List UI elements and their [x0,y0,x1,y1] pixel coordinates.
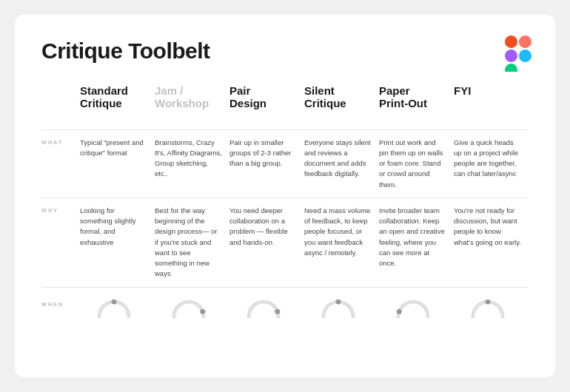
col-header-text-fyi: FYI [454,84,529,97]
why-cell-jam: Best for the way beginning of the design… [155,206,229,280]
why-text-jam: Best for the way beginning of the design… [155,206,229,280]
col-header-text-jam: Jam /Workshop [155,84,229,110]
what-text-standard: Typical "present and critique" format [80,138,155,159]
when-label: WHEN [41,301,80,308]
why-cell-fyi: You're not ready for discussion, but wan… [454,206,529,280]
what-cell-standard: Typical "present and critique" format [80,138,155,190]
gauge-cell-silent [304,300,379,319]
gauge-cell-fyi [454,300,529,319]
what-text-pair: Pair up in smaller groups of 2-3 rather … [229,138,304,169]
content-layout: StandardCritiqueJam /WorkshopPairDesignS… [41,84,529,319]
what-cells: Typical "present and critique" formatBra… [80,138,529,190]
what-text-silent: Everyone stays silent and reviews a docu… [304,138,379,180]
gauge-cell-standard [80,300,155,319]
header-row: StandardCritiqueJam /WorkshopPairDesignS… [41,84,529,122]
what-cell-silent: Everyone stays silent and reviews a docu… [304,138,379,190]
page-title: Critique Toolbelt [41,38,529,64]
svg-rect-4 [505,64,517,72]
why-cell-pair: You need deeper collaboration on a probl… [229,206,304,280]
what-cell-jam: Brainstorms, Crazy 8's, Affinity Diagram… [155,138,229,190]
main-card: Critique Toolbelt StandardCritiqueJam /W… [15,15,555,377]
col-header-paper: PaperPrint-Out [379,84,454,122]
why-label: WHY [41,207,80,214]
why-divider [41,190,529,206]
why-text-pair: You need deeper collaboration on a probl… [229,206,304,248]
why-text-paper: Invite broader team collaboration. Keep … [379,206,454,269]
gauge-row [80,300,529,319]
why-label-col: WHY [41,206,80,280]
col-header-text-standard: StandardCritique [80,84,155,110]
svg-rect-3 [519,50,532,62]
what-text-paper: Print out work and pin them up on walls … [379,138,454,190]
col-header-silent: SilentCritique [304,84,379,122]
when-divider [41,280,529,295]
svg-point-9 [396,308,401,314]
what-cell-fyi: Give a quick heads up on a project while… [454,138,529,190]
what-text-fyi: Give a quick heads up on a project while… [454,138,529,180]
gauge-cell-paper [379,300,454,319]
column-headers: StandardCritiqueJam /WorkshopPairDesignS… [80,84,529,122]
what-text-jam: Brainstorms, Crazy 8's, Affinity Diagram… [155,138,229,180]
col-header-fyi: FYI [454,84,529,122]
why-row: WHY Looking for something slightly forma… [41,206,529,280]
svg-rect-1 [519,36,532,48]
figma-logo [505,36,532,71]
why-text-silent: Need a mass volume of feedback, to keep … [304,206,379,258]
col-header-text-pair: PairDesign [229,84,304,110]
col-header-jam: Jam /Workshop [155,84,229,122]
why-cell-paper: Invite broader team collaboration. Keep … [379,206,454,280]
col-header-text-paper: PaperPrint-Out [379,84,454,110]
svg-rect-0 [505,36,517,48]
what-divider [41,122,529,138]
col-header-standard: StandardCritique [80,84,155,122]
what-cell-pair: Pair up in smaller groups of 2-3 rather … [229,138,304,190]
gauge-cell-jam [155,300,229,319]
what-label-col: WHAT [41,138,80,190]
why-cell-standard: Looking for something slightly formal, a… [80,206,155,280]
svg-point-6 [200,308,205,314]
when-label-col: WHEN [41,300,80,308]
col-header-text-silent: SilentCritique [304,84,379,110]
what-label: WHAT [41,139,80,146]
label-spacer [41,84,80,122]
svg-point-7 [275,308,280,314]
what-cell-paper: Print out work and pin them up on walls … [379,138,454,190]
why-cells: Looking for something slightly formal, a… [80,206,529,280]
why-cell-silent: Need a mass volume of feedback, to keep … [304,206,379,280]
svg-rect-2 [505,50,517,62]
why-text-standard: Looking for something slightly formal, a… [80,206,155,248]
gauge-cell-pair [229,300,304,319]
why-text-fyi: You're not ready for discussion, but wan… [454,206,529,248]
col-header-pair: PairDesign [229,84,304,122]
what-row: WHAT Typical "present and critique" form… [41,138,529,190]
when-row: WHEN [41,300,529,319]
